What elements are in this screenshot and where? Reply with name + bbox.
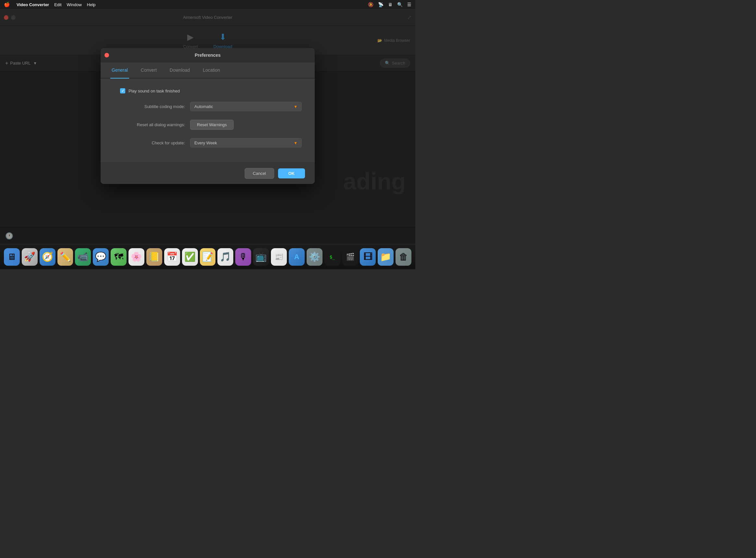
dock-safari[interactable]: 🧭	[40, 248, 55, 266]
reset-dialog-label: Reset all dialog warnings:	[114, 122, 185, 127]
dock-terminal[interactable]: $_	[325, 248, 341, 266]
checkmark-icon: ✓	[121, 89, 124, 93]
dock-trash[interactable]: 🗑	[396, 248, 411, 266]
prefs-tab-convert[interactable]: Convert	[140, 62, 158, 78]
dock-app-store[interactable]: A	[289, 248, 305, 266]
play-sound-label: Play sound on task finished	[128, 88, 180, 94]
subtitle-coding-label: Subtitle coding mode:	[114, 104, 185, 109]
dock-notes[interactable]: 📝	[200, 248, 216, 266]
menu-window[interactable]: Window	[67, 2, 82, 7]
reset-dialog-row: Reset all dialog warnings: Reset Warning…	[114, 120, 302, 130]
dock-maps[interactable]: 🗺	[111, 248, 127, 266]
dock-video-converter[interactable]: 🎞	[360, 248, 376, 266]
check-update-value: Every Week	[194, 141, 217, 145]
display-icon[interactable]: 🖥	[388, 2, 393, 7]
dock-system-preferences[interactable]: ⚙️	[307, 248, 323, 266]
prefs-tab-location[interactable]: Location	[201, 62, 221, 78]
cancel-button[interactable]: Cancel	[245, 168, 274, 179]
dock-folder[interactable]: 📁	[378, 248, 394, 266]
dock-music[interactable]: 🎵	[218, 248, 233, 266]
dock-calendar[interactable]: 📅	[164, 248, 180, 266]
subtitle-coding-row: Subtitle coding mode: Automatic ▼	[114, 102, 302, 111]
check-update-select[interactable]: Every Week ▼	[190, 138, 302, 148]
prefs-tab-download[interactable]: Download	[169, 62, 191, 78]
prefs-tab-general[interactable]: General	[110, 62, 129, 78]
dock-podcasts[interactable]: 🎙	[235, 248, 251, 266]
check-update-control: Every Week ▼	[190, 138, 302, 148]
search-menubar-icon[interactable]: 🔍	[397, 2, 403, 7]
app-window: Aimersoft Video Converter ⤢ ▶ Convert ⬇ …	[0, 9, 415, 244]
preferences-tabs: General Convert Download Location	[101, 62, 315, 78]
check-update-arrow-icon: ▼	[294, 141, 298, 145]
dock: 🖥 🚀 🧭 ✏️ 📹 💬 🗺 🌸 📒 📅 ✅ 📝 🎵 🎙 📺 📰 A ⚙️ $_…	[0, 244, 415, 269]
dock-contacts[interactable]: 📒	[146, 248, 162, 266]
play-sound-row: ✓ Play sound on task finished	[114, 88, 302, 94]
dock-news[interactable]: 📰	[271, 248, 287, 266]
menu-edit[interactable]: Edit	[54, 2, 61, 7]
menu-help[interactable]: Help	[87, 2, 96, 7]
modal-close-button[interactable]	[104, 53, 109, 57]
dock-apple-tv[interactable]: 📺	[253, 248, 269, 266]
ok-button[interactable]: OK	[278, 168, 305, 178]
modal-footer: Cancel OK	[101, 162, 315, 184]
reset-warnings-button[interactable]: Reset Warnings	[190, 120, 234, 130]
modal-body: ✓ Play sound on task finished Subtitle c…	[101, 78, 315, 162]
dock-reminders[interactable]: ✅	[182, 248, 198, 266]
subtitle-coding-arrow-icon: ▼	[294, 104, 298, 109]
menubar: 🍎 Video Converter Edit Window Help 🔕 📡 🖥…	[0, 0, 415, 9]
preferences-modal-overlay: Preferences General Convert Download Loc…	[0, 9, 415, 244]
modal-titlebar: Preferences	[101, 48, 315, 62]
list-icon[interactable]: ☰	[407, 2, 411, 7]
subtitle-coding-control: Automatic ▼	[190, 102, 302, 111]
check-update-row: Check for update: Every Week ▼	[114, 138, 302, 148]
subtitle-coding-value: Automatic	[194, 104, 213, 109]
menu-video-converter[interactable]: Video Converter	[17, 2, 49, 7]
dock-imovie[interactable]: 🎬	[342, 248, 358, 266]
preferences-modal: Preferences General Convert Download Loc…	[101, 48, 315, 184]
play-sound-checkbox[interactable]: ✓	[120, 88, 125, 94]
modal-title: Preferences	[195, 53, 221, 58]
notification-icon[interactable]: 🔕	[368, 2, 374, 7]
dock-messages[interactable]: 💬	[93, 248, 109, 266]
dock-finder[interactable]: 🖥	[4, 248, 20, 266]
menubar-right-icons: 🔕 📡 🖥 🔍 ☰	[368, 2, 411, 7]
airdrop-icon[interactable]: 📡	[378, 2, 383, 7]
dock-facetime[interactable]: 📹	[75, 248, 91, 266]
subtitle-coding-select[interactable]: Automatic ▼	[190, 102, 302, 111]
check-update-label: Check for update:	[114, 141, 185, 145]
dock-launchpad[interactable]: 🚀	[22, 248, 37, 266]
reset-dialog-control: Reset Warnings	[190, 120, 302, 130]
dock-pencil-app[interactable]: ✏️	[57, 248, 73, 266]
play-sound-checkbox-wrapper: ✓ Play sound on task finished	[120, 88, 180, 94]
dock-photos[interactable]: 🌸	[128, 248, 144, 266]
apple-menu[interactable]: 🍎	[4, 2, 10, 7]
